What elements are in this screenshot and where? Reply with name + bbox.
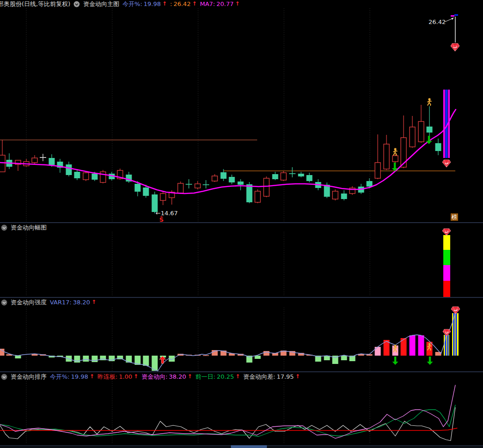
main-chart: 26.42←14.67Ŝ [0,14,459,223]
candle [375,134,380,179]
stacked-bar-segment [443,281,450,297]
charts-canvas[interactable]: 26.42←14.67Ŝ [0,0,483,448]
candle [410,116,415,148]
collapse-chevron-icon[interactable] [1,299,7,306]
panel2-title[interactable]: 资金动向幅图 [11,224,47,231]
up-arrow-icon: ↑ [133,373,138,381]
gem-icon [451,307,460,314]
candle [247,182,253,203]
candle [212,174,217,182]
candle [32,155,37,164]
candle [203,180,209,188]
candle [186,179,192,188]
panel4-title[interactable]: 资金动向排序 [11,373,47,381]
stat-var17: VAR17: 38.20 ↑ [50,298,96,306]
rank-badge[interactable]: 榜 [451,213,458,221]
fund-bar [410,335,416,356]
indicator-name[interactable]: 资金动向主图 [83,0,119,8]
fund-bar [375,347,381,356]
candle [281,171,286,181]
rank-line-green [0,405,455,436]
up-arrow-icon: ↑ [162,0,167,8]
fund-bar [255,356,261,359]
panel2-header: 资金动向幅图 [1,224,47,231]
fund-bar [15,356,21,358]
candle [427,106,433,138]
candle [229,175,235,184]
big-volume-bar [443,90,450,158]
candle [160,192,166,205]
stat-prev-day: 前一日: 20.25 ↑ [195,373,240,381]
up-arrow-icon: ↑ [235,373,240,381]
fund-direction-range-panel [442,229,451,297]
collapse-chevron-icon[interactable] [1,224,7,231]
gem-icon [451,43,459,51]
rank-line-red [0,428,457,430]
fund-bar [341,356,347,360]
candle [324,182,330,198]
candle [272,172,278,180]
stock-title: 邢奥股份(日线,等比前复权) [0,0,70,8]
up-arrow-icon: ↑ [295,373,300,381]
down-arrow-icon [427,357,433,365]
stat-fund-diff: 资金动向差: 17.95 ↑ [243,373,300,381]
up-arrow-icon: ↑ [90,373,94,381]
high-price-annotation: 26.42 [429,14,459,51]
candle [384,135,389,170]
fund-bar [203,355,209,356]
candle [24,159,29,167]
main-header: 邢奥股份(日线,等比前复权) 资金动向主图 今开%: 19.98 ↑ : 26.… [0,0,240,8]
fund-direction-rank-panel [0,385,457,441]
candle [435,139,441,155]
candle [40,154,46,161]
gem-icon [442,229,451,236]
panel3-header: 资金动向强度 VAR17: 38.20 ↑ [1,298,96,306]
candle [350,186,355,195]
stat-open-pct: 今开%: 19.98 ↑ [50,373,94,381]
stat-fund-direction: 资金动向: 38.20 ↑ [141,373,192,381]
collapse-chevron-icon[interactable] [73,1,80,7]
candle [6,153,12,169]
candle [332,189,338,200]
scrollbar-thumb[interactable] [231,445,267,448]
stat-unnamed: : 26.42 ↑ [170,0,197,8]
candle [401,115,406,168]
striped-signal-bar [444,335,449,356]
collapse-chevron-icon[interactable] [1,374,7,380]
gem-icon [442,160,451,167]
rank-line-white [0,407,455,441]
panel3-title[interactable]: 资金动向强度 [11,298,47,306]
panel-divider [0,297,483,298]
candle [0,140,5,172]
walker-icon [428,98,431,105]
candle [255,189,260,203]
candle [341,190,347,200]
candle [195,181,200,189]
fund-bar [74,356,80,363]
fund-bar [435,352,441,356]
candle [100,170,106,183]
stacked-bar-segment [443,235,450,250]
stacked-bar-segment [443,250,450,265]
panel-divider [0,222,483,223]
stat-open-pct: 今开%: 19.98 ↑ [122,0,167,8]
fund-bar [143,356,149,366]
candle [126,172,132,183]
stat-ma7: MA7: 20.77 ↑ [200,0,240,8]
down-arrow-icon [392,357,398,365]
stacked-bar-segment [443,265,450,281]
candle [418,105,424,143]
low-price-label: ←14.67 [156,210,178,217]
candle [298,172,304,177]
up-arrow-icon: ↑ [91,298,96,306]
candle [15,160,21,171]
stat-yesterday-boards: 昨连板: 1.00 ↑ [97,373,138,381]
svg-text:26.42: 26.42 [429,18,446,25]
panel-divider [0,371,483,372]
up-arrow-icon: ↑ [235,0,240,8]
fund-direction-strength-panel [0,307,460,371]
candle [307,173,313,182]
fund-bar [418,335,424,356]
up-arrow-icon: ↑ [187,373,192,381]
trading-app-window: 26.42←14.67Ŝ 邢奥股份(日线,等比前复权) 资金动向主图 今开%: … [0,0,483,448]
